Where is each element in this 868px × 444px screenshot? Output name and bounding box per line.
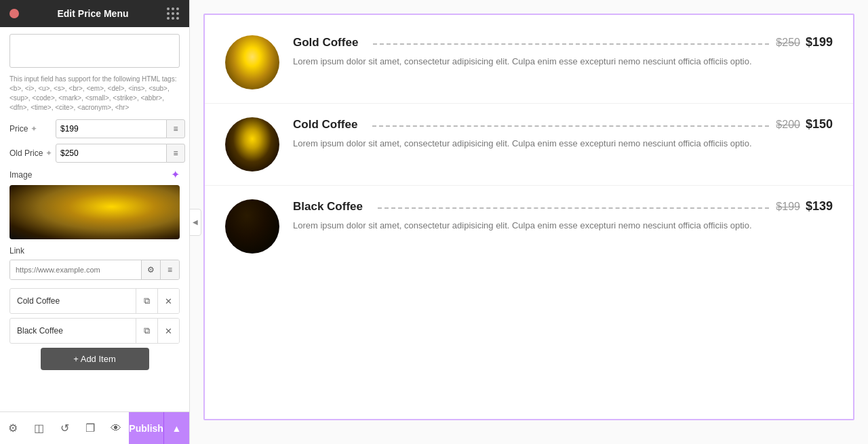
- old-price-drag-icon[interactable]: ✦: [45, 148, 52, 158]
- left-panel: Edit Price Menu This input field has sup…: [0, 0, 190, 444]
- link-settings-icon[interactable]: ⚙: [141, 260, 160, 279]
- menu-item-dots-cold: [372, 125, 769, 127]
- menu-item-content-cold: Cold Coffee $200 $150 Lorem ipsum dolor …: [293, 117, 833, 150]
- link-row: ⚙ ≡: [9, 260, 180, 280]
- price-label: Price ✦: [9, 124, 56, 134]
- preview-area: Gold Coffee $250 $199 Lorem ipsum dolor …: [203, 14, 854, 420]
- price-old-gold: $250: [776, 37, 800, 49]
- collapse-panel-btn[interactable]: ◀: [189, 209, 201, 236]
- link-menu-icon[interactable]: ≡: [160, 260, 179, 279]
- image-label: Image: [9, 170, 32, 180]
- help-text: This input field has support for the fol…: [9, 75, 180, 113]
- layers-icon-btn[interactable]: ◫: [26, 412, 52, 445]
- bottom-bar: ⚙ ◫ ↺ ❐ 👁 Publish ▲: [0, 411, 189, 444]
- image-preview[interactable]: [9, 185, 180, 239]
- menu-item-content-black: Black Coffee $199 $139 Lorem ipsum dolor…: [293, 199, 833, 233]
- menu-item-img-black: [225, 199, 279, 254]
- publish-button[interactable]: Publish: [129, 412, 163, 445]
- right-panel: Gold Coffee $250 $199 Lorem ipsum dolor …: [190, 0, 868, 444]
- image-magic-icon[interactable]: ✦: [171, 168, 180, 181]
- menu-item-header-gold: Gold Coffee $250 $199: [293, 35, 833, 49]
- menu-item-prices-black: $199 $139: [776, 199, 833, 214]
- old-price-input-group: ≡: [56, 144, 185, 163]
- menu-item-dots-gold: [373, 43, 769, 45]
- price-menu-btn[interactable]: ≡: [166, 119, 185, 138]
- grid-icon[interactable]: [167, 7, 180, 20]
- menu-item-name-cold: Cold Coffee: [293, 118, 357, 132]
- menu-item-black-coffee: Black Coffee $199 $139 Lorem ipsum dolor…: [205, 186, 853, 267]
- preview-icon-btn[interactable]: 👁: [103, 412, 129, 445]
- menu-item-header-cold: Cold Coffee $200 $150: [293, 117, 833, 132]
- menu-item-name-gold: Gold Coffee: [293, 36, 358, 49]
- menu-item-cold-coffee: Cold Coffee $200 $150 Lorem ipsum dolor …: [205, 104, 853, 186]
- item-delete-btn-black[interactable]: ✕: [157, 319, 179, 343]
- price-new-gold: $199: [806, 35, 833, 49]
- html-textarea[interactable]: [9, 34, 180, 68]
- price-old-black: $199: [776, 201, 800, 213]
- menu-item-prices-cold: $200 $150: [776, 117, 833, 132]
- item-label-cold-coffee: Cold Coffee: [10, 291, 136, 311]
- menu-item-prices-gold: $250 $199: [776, 35, 833, 49]
- old-price-label: Old Price ✦: [9, 148, 56, 158]
- top-bar: Edit Price Menu: [0, 0, 189, 27]
- image-preview-inner: [9, 185, 180, 239]
- price-drag-icon[interactable]: ✦: [31, 124, 37, 134]
- add-item-button[interactable]: + Add Item: [41, 348, 149, 370]
- list-item: Black Coffee ⧉ ✕: [9, 318, 180, 344]
- list-item: Cold Coffee ⧉ ✕: [9, 288, 180, 314]
- menu-item-desc-cold: Lorem ipsum dolor sit amet, consectetur …: [293, 137, 833, 150]
- price-old-cold: $200: [776, 119, 800, 131]
- items-list: Cold Coffee ⧉ ✕ Black Coffee ⧉ ✕: [9, 288, 180, 344]
- history-icon-btn[interactable]: ↺: [52, 412, 77, 445]
- item-duplicate-btn-cold[interactable]: ⧉: [136, 289, 157, 313]
- price-field-row: Price ✦ ≡: [9, 119, 180, 138]
- price-input-group: ≡: [56, 119, 185, 138]
- price-input[interactable]: [56, 119, 167, 138]
- menu-item-content-gold: Gold Coffee $250 $199 Lorem ipsum dolor …: [293, 35, 833, 68]
- link-input[interactable]: [10, 260, 141, 279]
- item-delete-btn-cold[interactable]: ✕: [157, 289, 179, 313]
- item-label-black-coffee: Black Coffee: [10, 321, 136, 341]
- price-new-cold: $150: [806, 117, 833, 132]
- item-duplicate-btn-black[interactable]: ⧉: [136, 319, 157, 343]
- duplicate-icon-btn[interactable]: ❐: [77, 412, 103, 445]
- menu-item-desc-gold: Lorem ipsum dolor sit amet, consectetur …: [293, 55, 833, 68]
- old-price-field-row: Old Price ✦ ≡: [9, 144, 180, 163]
- menu-item-name-black: Black Coffee: [293, 200, 363, 214]
- old-price-menu-btn[interactable]: ≡: [166, 144, 185, 163]
- price-new-black: $139: [806, 199, 833, 214]
- menu-item-desc-black: Lorem ipsum dolor sit amet, consectetur …: [293, 219, 833, 233]
- menu-item-header-black: Black Coffee $199 $139: [293, 199, 833, 214]
- publish-expand-button[interactable]: ▲: [163, 412, 189, 445]
- image-header: Image ✦: [9, 168, 180, 181]
- panel-title: Edit Price Menu: [57, 8, 128, 19]
- menu-item-gold-coffee: Gold Coffee $250 $199 Lorem ipsum dolor …: [205, 22, 853, 104]
- menu-item-img-gold: [225, 35, 279, 89]
- settings-icon-btn[interactable]: ⚙: [0, 412, 26, 445]
- old-price-input[interactable]: [56, 144, 167, 163]
- menu-item-img-cold: [225, 117, 279, 171]
- panel-scroll: This input field has support for the fol…: [0, 27, 189, 411]
- menu-item-dots-black: [378, 207, 769, 209]
- window-dot: [9, 9, 19, 18]
- link-label: Link: [9, 246, 180, 256]
